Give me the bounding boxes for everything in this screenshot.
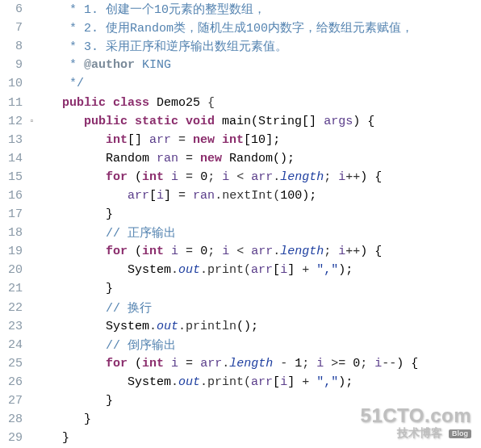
token-paren: } [106, 282, 113, 295]
token-var: i [280, 263, 287, 277]
code-line[interactable]: 10 */ [0, 74, 481, 93]
code-content[interactable]: // 正序输出 [40, 225, 481, 241]
code-content[interactable]: int[] arr = new int[10]; [40, 133, 481, 147]
token-var: i [338, 245, 345, 258]
code-content[interactable]: // 换行 [40, 300, 481, 316]
code-content[interactable]: System.out.print(arr[i] + ","); [40, 375, 481, 389]
token-plain [222, 152, 229, 165]
token-var: arr [251, 245, 273, 258]
line-number: 29 [0, 431, 29, 445]
token-paren: [ [149, 189, 157, 203]
token-plain [40, 133, 106, 147]
token-paren: } [62, 431, 69, 445]
code-line[interactable]: 12▫ public static void main(String[] arg… [0, 112, 481, 131]
token-plain: = [171, 133, 193, 147]
token-var: i [222, 170, 229, 184]
token-var: i [157, 189, 164, 203]
code-line[interactable]: 9 * @author KING [0, 56, 481, 74]
code-content[interactable]: System.out.println(); [40, 320, 481, 333]
token-plain [40, 339, 106, 353]
code-line[interactable]: 26 System.out.print(arr[i] + ","); [0, 373, 481, 391]
token-var: args [324, 115, 353, 128]
code-line[interactable]: 18 // 正序输出 [0, 224, 481, 242]
token-plain [40, 77, 69, 90]
code-content[interactable]: // 倒序输出 [40, 337, 481, 353]
token-field: length [229, 357, 273, 371]
token-plain [40, 115, 84, 128]
code-content[interactable]: arr[i] = ran.nextInt(100); [40, 189, 481, 203]
code-content[interactable]: for (int i = arr.length - 1; i >= 0; i--… [40, 357, 481, 371]
token-keyword: for [106, 170, 128, 184]
token-plain [40, 58, 69, 72]
token-keyword: new [200, 152, 222, 165]
token-plain: .nextInt( [215, 189, 280, 203]
code-line[interactable]: 20 System.out.print(arr[i] + ","); [0, 261, 481, 279]
line-number: 28 [0, 412, 29, 426]
code-content[interactable]: * @author KING [40, 58, 481, 72]
token-paren: [ [273, 375, 280, 389]
token-paren: ] [287, 375, 295, 389]
code-content[interactable]: * 1. 创建一个10元素的整型数组， [40, 2, 481, 17]
code-content[interactable]: } [40, 207, 481, 221]
code-content[interactable]: public static void main(String[] args) { [40, 115, 481, 128]
token-plain [40, 227, 106, 241]
code-line[interactable]: 25 for (int i = arr.length - 1; i >= 0; … [0, 354, 481, 373]
code-content[interactable]: } [40, 282, 481, 295]
code-content[interactable]: */ [40, 77, 481, 90]
code-line[interactable]: 11 public class Demo25 { [0, 93, 481, 111]
token-keyword: public class [62, 96, 149, 110]
token-plain: < [229, 245, 251, 258]
token-plain [40, 189, 128, 203]
code-content[interactable]: public class Demo25 { [40, 96, 481, 110]
token-plain: = [178, 152, 200, 165]
code-content[interactable]: for (int i = 0; i < arr.length; i++) { [40, 170, 481, 184]
code-content[interactable]: System.out.print(arr[i] + ","); [40, 263, 481, 277]
code-line[interactable]: 22 // 换行 [0, 299, 481, 317]
token-paren: ( [135, 245, 142, 258]
line-number: 25 [0, 357, 29, 371]
token-plain [40, 375, 128, 389]
code-line[interactable]: 19 for (int i = 0; i < arr.length; i++) … [0, 242, 481, 261]
code-line[interactable]: 23 System.out.println(); [0, 317, 481, 336]
token-plain: ; [207, 245, 222, 258]
line-number: 20 [0, 263, 29, 277]
code-content[interactable]: for (int i = 0; i < arr.length; i++) { [40, 245, 481, 258]
code-content[interactable]: * 3. 采用正序和逆序输出数组元素值。 [40, 39, 481, 54]
code-content[interactable]: * 2. 使用Random类，随机生成100内数字，给数组元素赋值， [40, 20, 481, 36]
code-line[interactable]: 7 * 2. 使用Random类，随机生成100内数字，给数组元素赋值， [0, 19, 481, 37]
code-line[interactable]: 8 * 3. 采用正序和逆序输出数组元素值。 [0, 37, 481, 56]
code-line[interactable]: 6 * 1. 创建一个10元素的整型数组， [0, 0, 481, 19]
code-line[interactable]: 24 // 倒序输出 [0, 336, 481, 354]
token-plain: .print( [200, 375, 251, 389]
code-line[interactable]: 15 for (int i = 0; i < arr.length; i++) … [0, 168, 481, 186]
token-plain: = [178, 170, 200, 184]
line-number: 7 [0, 21, 29, 35]
code-line[interactable]: 21 } [0, 279, 481, 298]
token-plain [164, 170, 171, 184]
token-plain: -- [382, 357, 396, 371]
line-number: 16 [0, 189, 29, 203]
token-comment: * 1. 创建一个10元素的整型数组， [69, 3, 266, 17]
code-line[interactable]: 16 arr[i] = ran.nextInt(100); [0, 186, 481, 205]
token-plain: ; [207, 170, 222, 184]
watermark-tagline: 技术博客 Blog [361, 427, 471, 438]
line-number: 14 [0, 152, 29, 165]
token-plain [40, 3, 69, 17]
code-editor[interactable]: 6 * 1. 创建一个10元素的整型数组，7 * 2. 使用Random类，随机… [0, 0, 481, 447]
watermark: 51CTO.com 技术博客 Blog [361, 406, 471, 438]
token-class: Random [106, 152, 157, 165]
code-line[interactable]: 13 int[] arr = new int[10]; [0, 131, 481, 149]
line-number: 15 [0, 170, 29, 184]
line-number: 19 [0, 245, 29, 258]
token-comment: * 2. 使用Random类，随机生成100内数字，给数组元素赋值， [69, 22, 413, 36]
token-var: i [222, 245, 229, 258]
token-plain: ++ [345, 245, 360, 258]
token-var: i [171, 357, 178, 371]
code-line[interactable]: 17 } [0, 205, 481, 224]
token-comment: // 倒序输出 [106, 339, 176, 353]
code-content[interactable]: Random ran = new Random(); [40, 152, 481, 165]
token-paren: [] [302, 115, 324, 128]
token-var: i [280, 375, 287, 389]
code-line[interactable]: 14 Random ran = new Random(); [0, 149, 481, 168]
token-plain [215, 115, 222, 128]
